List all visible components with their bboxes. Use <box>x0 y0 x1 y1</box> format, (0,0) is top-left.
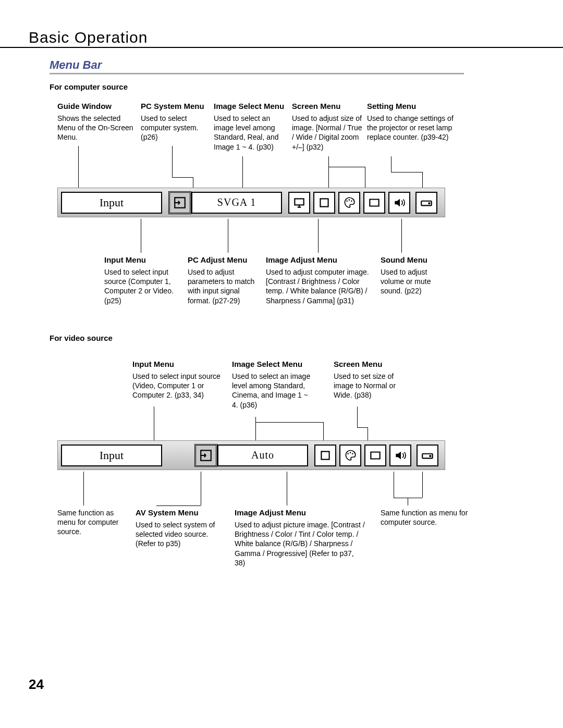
leader <box>287 472 287 505</box>
input-menu-icon <box>194 444 217 467</box>
arrow-into-box-icon <box>199 449 213 462</box>
leader <box>255 422 323 423</box>
callout-text: Used to select an image level among Stan… <box>232 372 315 410</box>
callout-title: Image Adjust Menu <box>235 508 365 517</box>
callout-input-menu: Input Menu Used to select input source (… <box>104 255 188 305</box>
section-title: Menu Bar <box>50 58 102 72</box>
screen-icon <box>369 449 382 462</box>
leader <box>368 427 368 440</box>
system-box: SVGA 1 <box>191 192 282 214</box>
callout-text: Shows the selected Menu of the On-Screen… <box>57 114 138 142</box>
callout-title: Image Select Menu <box>232 360 315 368</box>
callout-same2: Same function as menu for computer sourc… <box>381 508 469 527</box>
projector-icon <box>420 196 433 209</box>
svg-point-7 <box>428 202 430 204</box>
image-select-icon <box>314 445 336 466</box>
callout-sound: Sound Menu Used to adjust volume or mute… <box>381 255 446 296</box>
sound-menu-icon <box>389 445 411 466</box>
projector-icon <box>421 449 434 462</box>
leader <box>391 172 422 172</box>
palette-icon <box>342 196 356 209</box>
image-adjust-icon <box>338 192 360 214</box>
callout-text: Used to adjust volume or mute sound. (p2… <box>381 267 446 296</box>
leader <box>365 167 365 188</box>
callout-title: Setting Menu <box>367 102 463 110</box>
svg-point-5 <box>351 200 352 202</box>
computer-heading: For computer source <box>50 82 128 91</box>
svg-rect-1 <box>295 199 303 205</box>
callout-text: Used to change settings of the projector… <box>367 114 463 142</box>
screen-menu-icon <box>363 192 385 214</box>
callout-screen: Screen Menu Used to adjust size of image… <box>292 102 365 152</box>
callout-text: Used to adjust size of image. [Normal / … <box>292 114 365 152</box>
monitor-icon <box>292 196 306 209</box>
leader <box>394 472 394 498</box>
setting-menu-icon <box>415 192 437 214</box>
callout-text: Same function as menu for computer sourc… <box>381 508 469 527</box>
section-rule <box>50 73 464 75</box>
leader <box>193 177 193 188</box>
guide-window-box: Input <box>61 192 162 214</box>
leader <box>228 219 228 253</box>
screen-icon <box>368 196 381 209</box>
leader <box>357 427 368 428</box>
callout-text: Used to adjust picture image. [Contrast … <box>235 520 365 567</box>
speaker-icon <box>393 196 406 209</box>
header-rule <box>0 47 563 48</box>
leader <box>255 417 256 440</box>
callout-title: Guide Window <box>57 102 138 110</box>
system-box: Auto <box>217 445 308 466</box>
callout-title: Image Adjust Menu <box>266 255 375 264</box>
input-menu-icon <box>168 191 191 214</box>
page-header: Basic Operation <box>29 29 148 46</box>
square-icon <box>319 449 332 462</box>
arrow-into-box-icon <box>173 196 187 209</box>
callout-title: Sound Menu <box>381 255 446 264</box>
leader <box>422 172 423 188</box>
callout-pc-system: PC System Menu Used to select computer s… <box>141 102 214 142</box>
leader <box>401 219 402 253</box>
callout-text: Used to select an image level among Stan… <box>214 114 289 152</box>
leader <box>172 146 173 177</box>
callout-pc-adjust: PC Adjust Menu Used to adjust parameters… <box>188 255 261 305</box>
leader <box>323 422 324 440</box>
callout-text: Used to adjust computer image. [Contrast… <box>266 267 375 305</box>
svg-point-14 <box>429 454 431 456</box>
guide-window-box: Input <box>61 445 162 466</box>
leader <box>422 472 423 498</box>
leader <box>83 472 84 505</box>
leader <box>242 156 243 188</box>
callout-title: Image Select Menu <box>214 102 289 110</box>
screen-menu-icon <box>364 445 386 466</box>
square-icon <box>317 196 331 209</box>
leader <box>201 472 201 505</box>
callout-setting: Setting Menu Used to change settings of … <box>367 102 463 142</box>
leader <box>318 219 319 253</box>
callout-text: Same function as menu for computer sourc… <box>57 508 133 537</box>
callout-text: Used to select system of selected video … <box>136 520 219 549</box>
svg-rect-9 <box>321 451 329 459</box>
callout-title: PC System Menu <box>141 102 214 110</box>
callout-text: Used to select computer system. (p26) <box>141 114 214 142</box>
setting-menu-icon <box>417 445 438 466</box>
callout-title: AV System Menu <box>136 508 219 517</box>
leader <box>391 156 391 172</box>
image-select-icon <box>313 192 335 214</box>
palette-icon <box>344 449 357 462</box>
page-number: 24 <box>29 676 44 693</box>
leader <box>156 505 201 506</box>
callout-title: Input Menu <box>132 360 226 368</box>
leader <box>172 177 193 178</box>
leader <box>78 146 79 188</box>
callout-title: Screen Menu <box>334 360 407 368</box>
computer-menubar: Input SVGA 1 <box>57 188 445 217</box>
svg-point-10 <box>347 453 349 454</box>
callout-text: Used to adjust parameters to match with … <box>188 267 261 305</box>
image-adjust-icon <box>339 445 361 466</box>
leader <box>328 167 365 167</box>
callout-text: Used to select input source (Video, Comp… <box>132 372 226 400</box>
callout-title: Screen Menu <box>292 102 365 110</box>
callout-image-adjust: Image Adjust Menu Used to adjust compute… <box>266 255 375 305</box>
svg-point-12 <box>352 453 353 454</box>
callout-text: Used to select input source (Computer 1,… <box>104 267 188 305</box>
